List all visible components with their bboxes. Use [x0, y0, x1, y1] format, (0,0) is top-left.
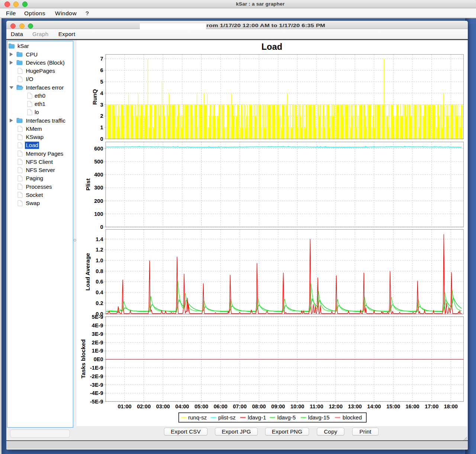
svg-text:Plist: Plist: [85, 178, 91, 191]
svg-text:kSar: kSar: [17, 43, 29, 49]
svg-text:Interfaces traffic: Interfaces traffic: [26, 117, 66, 124]
svg-text:08:00: 08:00: [252, 403, 266, 409]
svg-text:NFS Server: NFS Server: [26, 167, 55, 173]
svg-text:1.2: 1.2: [96, 247, 103, 253]
svg-text:5E-9: 5E-9: [92, 314, 103, 320]
svg-text:5: 5: [100, 79, 103, 85]
svg-text:lo: lo: [35, 109, 39, 115]
svg-text:I/O: I/O: [26, 76, 33, 82]
svg-text:7: 7: [100, 56, 103, 62]
svg-text:blocked: blocked: [342, 414, 362, 421]
svg-text:16:00: 16:00: [406, 403, 419, 409]
svg-text:Interfaces error: Interfaces error: [26, 84, 64, 91]
svg-text:Devices (Block): Devices (Block): [26, 59, 65, 66]
svg-text:03:00: 03:00: [156, 403, 170, 409]
svg-text:07:00: 07:00: [233, 403, 247, 409]
svg-text:Processes: Processes: [26, 184, 52, 190]
svg-text:eth0: eth0: [35, 93, 45, 99]
svg-text:09:00: 09:00: [271, 403, 285, 409]
svg-text:06:00: 06:00: [214, 403, 228, 409]
svg-text:Swap: Swap: [26, 200, 40, 206]
svg-text:12:00: 12:00: [329, 403, 342, 409]
svg-text:Tasks blocked: Tasks blocked: [80, 339, 86, 379]
svg-text:1.0: 1.0: [96, 257, 103, 263]
svg-text:runq-sz: runq-sz: [188, 414, 207, 421]
svg-text:400: 400: [94, 172, 103, 178]
svg-text:ldavg-1: ldavg-1: [248, 414, 266, 421]
svg-text:ldavg-5: ldavg-5: [277, 414, 296, 421]
svg-text:-2E-9: -2E-9: [90, 373, 103, 379]
svg-text:0: 0: [100, 224, 103, 230]
svg-text:0.2: 0.2: [96, 300, 103, 306]
svg-text:11:00: 11:00: [310, 403, 323, 409]
svg-text:NFS Client: NFS Client: [26, 159, 53, 165]
svg-text:4E-9: 4E-9: [92, 322, 103, 328]
svg-text:15:00: 15:00: [386, 403, 400, 409]
svg-text:02:00: 02:00: [137, 403, 151, 409]
svg-text:1E-9: 1E-9: [92, 348, 103, 354]
svg-text:-4E-9: -4E-9: [90, 390, 103, 396]
svg-text:KSwap: KSwap: [26, 134, 44, 140]
svg-text:18:00: 18:00: [444, 403, 458, 409]
svg-text:0E0: 0E0: [94, 356, 103, 362]
svg-text:3: 3: [100, 102, 103, 108]
svg-text:0: 0: [100, 136, 103, 142]
svg-text:-1E-9: -1E-9: [90, 365, 103, 371]
svg-text:14:00: 14:00: [367, 403, 381, 409]
svg-text:0.6: 0.6: [96, 279, 103, 285]
svg-text:eth1: eth1: [35, 101, 45, 107]
svg-text:ldavg-15: ldavg-15: [308, 414, 330, 421]
svg-text:01:00: 01:00: [118, 403, 132, 409]
svg-text:500: 500: [94, 159, 103, 165]
svg-text:HugePages: HugePages: [26, 68, 55, 74]
svg-text:04:00: 04:00: [175, 403, 189, 409]
svg-text:300: 300: [94, 185, 103, 191]
svg-text:-3E-9: -3E-9: [90, 382, 103, 388]
svg-text:10:00: 10:00: [290, 403, 304, 409]
svg-text:13:00: 13:00: [348, 403, 362, 409]
svg-text:200: 200: [94, 198, 103, 204]
svg-text:KMem: KMem: [26, 126, 42, 132]
svg-text:RunQ: RunQ: [91, 89, 98, 105]
svg-text:-5E-9: -5E-9: [90, 399, 103, 405]
svg-text:3E-9: 3E-9: [92, 331, 103, 337]
svg-text:Load: Load: [26, 142, 38, 148]
svg-text:4: 4: [100, 90, 103, 96]
svg-text:plist-sz: plist-sz: [218, 414, 236, 421]
svg-text:17:00: 17:00: [425, 403, 438, 409]
svg-text:Paging: Paging: [26, 175, 44, 181]
svg-text:Socket: Socket: [26, 192, 44, 198]
svg-text:1: 1: [100, 124, 103, 130]
svg-text:600: 600: [94, 146, 103, 152]
svg-text:2: 2: [100, 113, 103, 119]
svg-text:0.8: 0.8: [96, 268, 103, 274]
svg-text:Memory Pages: Memory Pages: [26, 150, 64, 157]
svg-text:0.4: 0.4: [96, 289, 103, 295]
svg-text:100: 100: [94, 211, 103, 217]
svg-text:Load Average: Load Average: [84, 253, 91, 291]
svg-text:05:00: 05:00: [194, 403, 208, 409]
svg-text:Load: Load: [261, 42, 282, 52]
svg-text:2E-9: 2E-9: [92, 340, 103, 346]
svg-text:6: 6: [100, 67, 103, 73]
svg-text:1.4: 1.4: [96, 236, 103, 242]
svg-text:CPU: CPU: [26, 51, 38, 58]
